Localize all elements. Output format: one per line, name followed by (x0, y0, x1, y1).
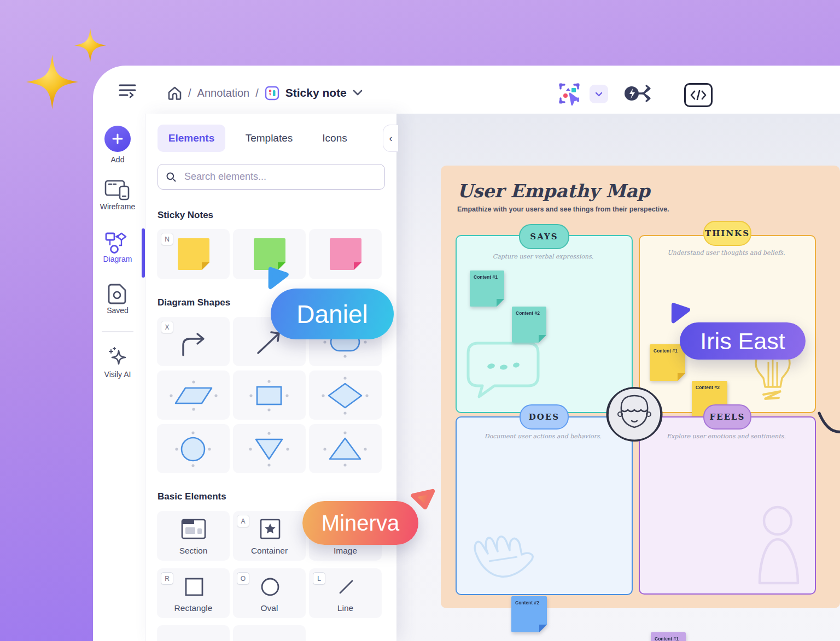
badge-says[interactable]: SAYS (519, 224, 569, 249)
avatar-face-doodle[interactable] (605, 386, 664, 443)
shortcut-badge: O (237, 572, 249, 585)
annotation-tool-button[interactable] (557, 81, 582, 106)
sticky-note-says-2[interactable]: Content #2 (512, 307, 546, 343)
sidebar-item-wireframe-label[interactable]: Wireframe (88, 202, 148, 211)
sidebar-item-visily-ai[interactable] (106, 346, 129, 369)
collaborator-cursor-daniel: Daniel (271, 289, 394, 339)
element-sticky-yellow[interactable]: N (157, 229, 230, 279)
sidebar-item-diagram-label[interactable]: Diagram (88, 255, 148, 263)
board-title[interactable]: User Empathy Map (457, 180, 650, 202)
page-title[interactable]: Sticky note (285, 86, 347, 99)
chevron-down-icon (595, 92, 603, 97)
main-menu-button[interactable] (117, 81, 138, 100)
element-card-partial[interactable] (233, 625, 306, 641)
shortcut-badge: A (237, 515, 249, 527)
caption-says: Capture user verbal expressions. (456, 253, 631, 260)
pen-stroke-doodle[interactable] (816, 409, 840, 442)
chevron-down-icon[interactable] (353, 90, 363, 96)
breadcrumb-separator: / (188, 87, 191, 99)
collapse-panel-button[interactable]: ‹ (383, 125, 398, 152)
breadcrumb-section[interactable]: Annotation (197, 87, 250, 99)
tab-icons[interactable]: Icons (313, 125, 357, 152)
shape-diamond[interactable] (309, 371, 382, 420)
sticky-yellow-swatch (178, 238, 209, 270)
flash-branch-icon (623, 80, 652, 107)
tab-templates[interactable]: Templates (232, 125, 306, 152)
sidebar-item-diagram[interactable] (104, 231, 131, 255)
shape-rectangle[interactable] (233, 371, 306, 420)
shape-triangle[interactable] (309, 424, 382, 473)
search-input[interactable] (183, 170, 377, 183)
wireframe-icon (104, 180, 131, 201)
element-card-partial[interactable] (157, 625, 230, 641)
speech-bubble-doodle[interactable] (463, 339, 545, 400)
shape-inverted-triangle[interactable] (233, 424, 306, 473)
line-icon (336, 577, 356, 597)
shape-circle[interactable] (157, 424, 230, 473)
caption-feels: Explore user emotions and sentiments. (639, 433, 814, 440)
shape-elbow-arrow[interactable]: X (157, 317, 230, 366)
triangle-shape-icon (320, 428, 370, 470)
screen: User Empathy Map Empathize with your use… (0, 0, 840, 641)
code-export-button[interactable] (684, 83, 713, 107)
shape-parallelogram[interactable] (157, 371, 230, 420)
element-oval[interactable]: O Oval (233, 568, 306, 618)
sticky-note-thinks-1[interactable]: Content #1 (650, 344, 685, 381)
active-item-indicator (142, 228, 145, 278)
section-icon (181, 519, 206, 539)
shortcut-badge: L (313, 572, 325, 585)
saved-icon (108, 284, 127, 304)
sidebar-divider (102, 331, 133, 332)
ai-sparkle-icon (106, 346, 129, 369)
elbow-arrow-icon (173, 324, 213, 360)
search-box[interactable] (158, 164, 385, 190)
sidebar-item-wireframe[interactable] (103, 179, 132, 201)
badge-feels[interactable]: FEELS (703, 404, 751, 430)
sparkle-small-icon (73, 28, 108, 62)
caption-does: Document user actions and behaviors. (456, 433, 631, 440)
collaborator-name: Iris East (700, 328, 785, 355)
element-container[interactable]: A Container (233, 511, 306, 561)
code-icon (690, 90, 707, 100)
breadcrumb-separator: / (255, 87, 259, 99)
shortcut-badge: R (161, 572, 173, 585)
element-rectangle[interactable]: R Rectangle (157, 568, 230, 618)
sticky-note-does-2[interactable]: Content #2 (511, 596, 547, 632)
sidebar-item-saved-label[interactable]: Saved (88, 306, 148, 315)
automation-button[interactable] (622, 80, 653, 107)
hamburger-menu-icon (118, 83, 137, 99)
sidebar-item-saved[interactable] (107, 283, 128, 305)
sidebar-item-add-label[interactable]: Add (88, 155, 148, 164)
diagram-icon (105, 231, 130, 254)
parallelogram-shape-icon (168, 375, 218, 416)
badge-does[interactable]: DOES (520, 404, 569, 430)
section-title-sticky-notes: Sticky Notes (158, 210, 213, 221)
board-subtitle[interactable]: Empathize with your users and see things… (457, 205, 669, 213)
tool-dropdown-button[interactable] (590, 85, 608, 103)
element-sticky-pink[interactable] (309, 229, 382, 279)
home-icon[interactable] (167, 86, 182, 101)
hand-doodle[interactable] (465, 511, 541, 579)
element-line[interactable]: L Line (309, 568, 382, 618)
badge-thinks[interactable]: THINKS (703, 221, 751, 246)
person-doodle[interactable] (748, 505, 802, 585)
circle-shape-icon (168, 428, 218, 470)
sticky-note-feels-1[interactable]: Content #1 (651, 632, 686, 641)
shortcut-badge: N (161, 233, 173, 245)
add-button[interactable] (104, 126, 131, 152)
sticky-note-says-1[interactable]: Content #1 (470, 270, 504, 307)
collaborator-cursor-minerva: Minerva (302, 501, 418, 545)
selection-frame-icon (557, 81, 581, 105)
container-icon (259, 518, 281, 540)
sparkle-large-icon (26, 55, 78, 109)
rectangle-icon (184, 577, 204, 597)
collaborator-name: Daniel (296, 299, 368, 329)
element-section[interactable]: Section (157, 511, 230, 561)
section-title-basic-elements: Basic Elements (158, 491, 226, 502)
tab-elements[interactable]: Elements (158, 125, 225, 152)
collaborator-cursor-iris-east: Iris East (680, 322, 806, 360)
chevron-left-icon: ‹ (389, 133, 393, 144)
sidebar-item-visily-ai-label[interactable]: Visily AI (88, 370, 148, 379)
breadcrumb: / Annotation / Sticky note (167, 83, 363, 103)
plus-icon (112, 133, 124, 145)
